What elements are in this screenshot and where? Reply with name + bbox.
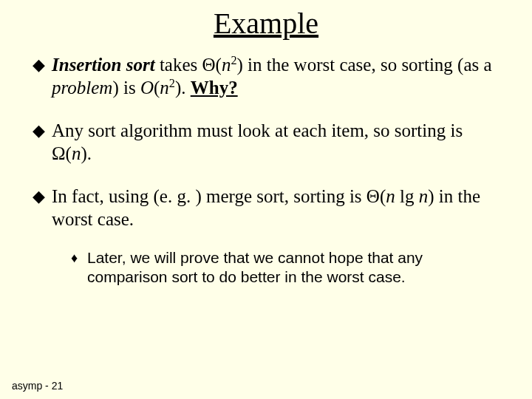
t: ). [175,78,191,98]
slide: Example ◆ Insertion sort takes Θ(n2) in … [0,6,532,399]
t: takes Θ( [155,55,222,75]
t: In fact, using (e. g. ) merge sort, sort… [52,186,386,206]
bullet-1-text: Insertion sort takes Θ(n2) in the worst … [52,54,497,99]
bullet-2-text: Any sort algorithm must look at each ite… [52,120,497,165]
why-emphasis: Why? [191,78,238,98]
t: Any sort algorithm must look at each ite… [52,120,463,163]
t: ). [81,143,92,163]
sup-2: 2 [169,76,175,89]
t: ) is [112,78,140,98]
var-n: n [72,143,81,163]
bullet-2: ◆ Any sort algorithm must look at each i… [33,120,497,165]
bullet-marker: ◆ [33,120,52,141]
t: lg [395,186,419,206]
bullet-marker: ◆ [33,185,52,207]
sub-bullet-1-text: Later, we will prove that we cannot hope… [87,248,497,287]
var-n: n [386,186,395,206]
var-n: n [160,78,169,98]
bullet-1: ◆ Insertion sort takes Θ(n2) in the wors… [33,54,497,99]
var-n: n [222,55,231,75]
big-o: O [140,78,154,98]
word-problem: problem [52,78,112,98]
bullet-1-term: Insertion sort [52,55,155,75]
sup-2: 2 [231,54,236,67]
bullet-3-text: In fact, using (e. g. ) merge sort, sort… [52,185,497,231]
bullet-3: ◆ In fact, using (e. g. ) merge sort, so… [33,185,497,231]
var-n: n [419,186,429,206]
bullet-marker: ◆ [33,54,52,75]
slide-content: ◆ Insertion sort takes Θ(n2) in the wors… [0,54,532,287]
slide-footer: asymp - 21 [12,380,63,392]
sub-bullet-1: ♦ Later, we will prove that we cannot ho… [71,248,497,287]
sub-bullet-marker: ♦ [71,248,87,267]
t: ) in the worst case, so sorting (as a [237,55,492,75]
slide-title: Example [0,6,532,41]
